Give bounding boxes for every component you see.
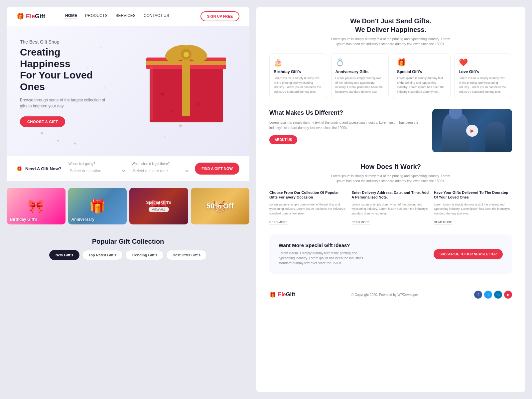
discount-label: 50% Off — [206, 202, 234, 210]
svg-rect-8 — [150, 66, 153, 120]
right-panel: We Don't Just Send Gifts. We Deliver Hap… — [256, 7, 525, 392]
svg-rect-3 — [146, 61, 226, 65]
special-card-icon: 🎁 — [397, 58, 446, 67]
birthday-card-desc: Lorem ipsum is simply dummy text of the … — [274, 76, 323, 94]
different-section: What Makes Us Different? Lorem ipsum is … — [269, 109, 512, 152]
brand-name: EleGift — [26, 13, 45, 20]
category-birthday[interactable]: 🎀 Birthday Gift's — [7, 188, 66, 224]
feature-cards: 🎂 Birthday Gift's Lorem ipsum is simply … — [269, 53, 512, 99]
footer-logo: 🎁 EleGift — [269, 292, 295, 298]
love-card-desc: Lorem ipsum is simply dummy text of the … — [459, 76, 508, 94]
newsletter-section: Want More Special Gift Ideas? Lorem ipsu… — [269, 234, 512, 274]
special-card-desc: Lorem ipsum is simply dummy text of the … — [397, 76, 446, 94]
tab-top-rated[interactable]: Top Rated Gift's — [82, 250, 123, 260]
left-panel: 🎁 EleGift HOME PRODUCTS SERVICES CONTACT… — [7, 7, 249, 392]
nav-home[interactable]: HOME — [65, 13, 77, 19]
how-card-3-title: Have Your Gifts Delivered To The Doorste… — [434, 190, 512, 200]
category-grid: 🎀 Birthday Gift's 🎁 Anniversary 🎀 Specia… — [7, 181, 249, 231]
delivery-select[interactable]: Select delivery date — [132, 167, 190, 175]
different-title: What Makes Us Different? — [269, 109, 426, 117]
navbar: 🎁 EleGift HOME PRODUCTS SERVICES CONTACT… — [7, 7, 249, 26]
nav-products[interactable]: PRODUCTS — [85, 13, 107, 19]
about-us-button[interactable]: ABOUT US — [269, 135, 297, 144]
twitter-icon[interactable]: t — [484, 291, 492, 299]
footer-copyright: © Copyright 2020. Powered by WPDeveloper — [351, 293, 418, 297]
find-gift-button[interactable]: FIND A GIFT NOW — [195, 163, 239, 175]
signup-button[interactable]: SIGN UP FREE — [200, 11, 239, 21]
birthday-card-title: Birthday Gift's — [274, 69, 323, 74]
love-card-icon: ❤️ — [459, 58, 508, 67]
cat-label-anniversary: Anniversary — [71, 217, 94, 222]
special-card-title: Special Gift's — [397, 69, 446, 74]
video-thumbnail: ▶ — [432, 109, 512, 152]
svg-text:★: ★ — [170, 109, 173, 113]
svg-text:★: ★ — [196, 101, 200, 107]
anniversary-card-desc: Lorem ipsum is simply dummy text of the … — [335, 76, 385, 94]
birthday-decoration: 🎀 — [28, 199, 44, 214]
special-overlay: Special Gift's VIEW ALL — [129, 188, 188, 224]
gift-box-image: ★ ★ ★ — [143, 29, 229, 126]
search-need: 🎁 Need A Gift Now? — [17, 166, 63, 171]
play-button[interactable]: ▶ — [466, 125, 478, 137]
nav-contact[interactable]: CONTACT US — [144, 13, 169, 19]
subscribe-button[interactable]: SUBSCRIBE TO OUR NEWSLETTER — [434, 249, 503, 259]
how-cards: Choose From Our Collection Of Popular Gi… — [269, 190, 512, 224]
youtube-icon[interactable]: ▶ — [504, 291, 512, 299]
facebook-icon[interactable]: f — [474, 291, 482, 299]
nav-links: HOME PRODUCTS SERVICES CONTACT US — [65, 13, 194, 19]
linkedin-icon[interactable]: in — [494, 291, 502, 299]
deco-star7: ★ — [178, 123, 183, 129]
tab-new-gifts[interactable]: New Gift's — [49, 250, 79, 260]
nav-services[interactable]: SERVICES — [115, 13, 135, 19]
choose-gift-button[interactable]: CHOOSE A GIFT — [20, 116, 65, 127]
svg-text:★: ★ — [160, 90, 165, 97]
how-card-3-link[interactable]: READ MORE — [434, 220, 452, 224]
anniversary-card-title: Anniversary Gifts — [335, 69, 385, 74]
how-card-2: Enter Delivery Address, Date, and Time. … — [351, 190, 430, 224]
svg-rect-2 — [182, 58, 190, 116]
footer: 🎁 EleGift © Copyright 2020. Powered by W… — [269, 284, 512, 299]
footer-logo-icon: 🎁 — [269, 292, 276, 298]
category-sale[interactable]: 🧺 50% Off — [191, 188, 250, 224]
different-text: What Makes Us Different? Lorem ipsum is … — [269, 109, 426, 144]
category-special[interactable]: 🎀 Special Gift's VIEW ALL — [129, 188, 188, 224]
destination-select[interactable]: Select destination — [68, 167, 126, 175]
how-card-1-title: Choose From Our Collection Of Popular Gi… — [269, 190, 347, 200]
hero-subtitle: The Best Gift Shop — [20, 39, 113, 45]
how-section: How Does It Work? Lorem ipsum is simply … — [269, 162, 512, 224]
hero-title: Creating Happiness For Your Loved Ones — [20, 47, 113, 92]
feature-card-love: ❤️ Love Gift's Lorem ipsum is simply dum… — [455, 53, 512, 99]
view-all-button[interactable]: VIEW ALL — [149, 207, 169, 212]
destination-field: Where is it going? Select destination — [68, 162, 126, 175]
cat-label-birthday: Birthday Gift's — [10, 217, 37, 222]
right-hero-desc: Lorem ipsum is simply dummy text of the … — [331, 37, 451, 47]
newsletter-desc: Lorem ipsum is simply dummy text of the … — [279, 251, 372, 266]
sale-overlay: 50% Off — [206, 202, 234, 210]
svg-point-7 — [184, 52, 189, 57]
popular-section: Popular Gift Collection New Gift's Top R… — [7, 231, 249, 263]
hero-description: Browse through some of the largest colle… — [20, 97, 113, 109]
hero-text: The Best Gift Shop Creating Happiness Fo… — [20, 39, 113, 127]
how-title: How Does It Work? — [269, 162, 512, 171]
filter-tabs: New Gift's Top Rated Gift's Trending Gif… — [7, 250, 249, 260]
feature-card-special: 🎁 Special Gift's Lorem ipsum is simply d… — [393, 53, 451, 99]
popular-title: Popular Gift Collection — [7, 238, 249, 245]
how-card-2-link[interactable]: READ MORE — [351, 220, 370, 224]
different-desc: Lorem ipsum is simply dummy text of the … — [269, 120, 426, 131]
newsletter-text: Want More Special Gift Ideas? Lorem ipsu… — [279, 242, 372, 266]
anniversary-card-icon: 💍 — [335, 58, 385, 67]
tab-trending[interactable]: Trending Gift's — [125, 250, 164, 260]
tab-best-offer[interactable]: Best Offer Gift's — [166, 250, 207, 260]
how-card-2-title: Enter Delivery Address, Date, and Time. … — [351, 190, 430, 200]
social-icons: f t in ▶ — [474, 291, 512, 299]
how-card-1-desc: Lorem ipsum is simply dummy text of the … — [269, 202, 347, 216]
special-label: Special Gift's — [146, 200, 171, 205]
how-card-1-link[interactable]: READ MORE — [269, 220, 288, 224]
feature-card-anniversary: 💍 Anniversary Gifts Lorem ipsum is simpl… — [331, 53, 389, 99]
feature-card-birthday: 🎂 Birthday Gift's Lorem ipsum is simply … — [269, 53, 327, 99]
hero-section: ✦ ✦ ✦ The Best Gift Shop Creating Happin… — [7, 26, 249, 156]
search-bar: 🎁 Need A Gift Now? Where is it going? Se… — [7, 156, 249, 181]
delivery-field: When should it get there? Select deliver… — [132, 162, 190, 175]
category-anniversary[interactable]: 🎁 Anniversary — [68, 188, 127, 224]
love-card-title: Love Gift's — [459, 69, 508, 74]
